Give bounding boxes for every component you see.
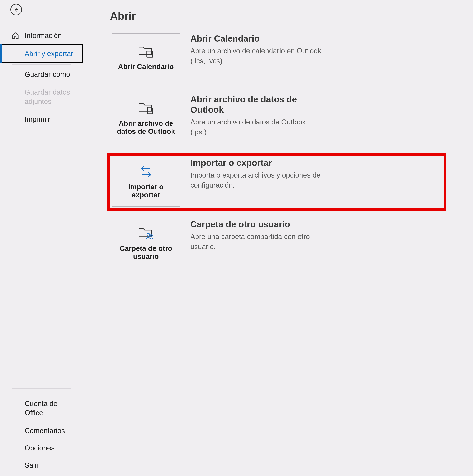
option-description: Abre una carpeta compartida con otro usu…: [190, 232, 325, 252]
sidebar: Información Abrir y exportar Guardar com…: [0, 0, 83, 476]
option-description: Abre un archivo de calendario en Outlook…: [190, 46, 325, 66]
sidebar-item-label: Salir: [25, 461, 39, 469]
option-open-calendar: Abrir Calendario Abrir Calendario Abre u…: [110, 32, 446, 84]
sidebar-item-options[interactable]: Opciones: [0, 440, 83, 457]
option-text: Carpeta de otro usuario Abre una carpeta…: [190, 219, 325, 252]
sidebar-item-open-export[interactable]: Abrir y exportar: [0, 44, 83, 63]
option-description: Importa o exporta archivos y opciones de…: [190, 170, 325, 190]
option-open-data-file: Abrir archivo de datos de Outlook Abrir …: [110, 92, 446, 145]
svg-point-4: [147, 234, 150, 236]
sidebar-item-save-as[interactable]: Guardar como: [0, 66, 83, 83]
option-description: Abre un archivo de datos de Outlook (.ps…: [190, 117, 325, 137]
folder-file-icon: [138, 102, 154, 115]
sidebar-item-comments[interactable]: Comentarios: [0, 422, 83, 440]
import-export-icon: [138, 165, 154, 179]
sidebar-item-label: Comentarios: [25, 427, 65, 435]
folder-calendar-icon: [138, 45, 154, 58]
option-text: Abrir archivo de datos de Outlook Abre u…: [190, 94, 325, 137]
option-title: Abrir archivo de datos de Outlook: [190, 94, 325, 115]
option-title: Carpeta de otro usuario: [190, 219, 325, 229]
arrow-left-icon: [14, 7, 19, 12]
sidebar-item-label: Guardar como: [25, 70, 70, 78]
back-button[interactable]: [10, 4, 22, 15]
option-title: Importar o exportar: [190, 157, 325, 168]
sidebar-item-exit[interactable]: Salir: [0, 457, 83, 474]
divider: [12, 64, 71, 65]
sidebar-item-label: Información: [25, 32, 62, 40]
tile-label: Abrir Calendario: [118, 63, 174, 71]
sidebar-item-label: Imprimir: [25, 115, 50, 123]
sidebar-item-save-attachments: Guardar datos adjuntos: [0, 83, 83, 111]
sidebar-item-office-account[interactable]: Cuenta de Office: [0, 394, 83, 422]
open-data-file-button[interactable]: Abrir archivo de datos de Outlook: [112, 94, 180, 143]
other-user-folder-button[interactable]: Carpeta de otro usuario: [112, 219, 180, 268]
sidebar-item-print[interactable]: Imprimir: [0, 111, 83, 128]
sidebar-item-label: Guardar datos adjuntos: [25, 88, 75, 106]
import-export-button[interactable]: Importar o exportar: [112, 157, 180, 206]
sidebar-bottom: Cuenta de Office Comentarios Opciones Sa…: [0, 387, 83, 476]
home-icon: [12, 32, 19, 39]
content: Abrir Abrir Calendario Abrir Calendario …: [83, 0, 473, 476]
sidebar-item-label: Abrir y exportar: [25, 50, 73, 58]
folder-user-icon: [138, 227, 154, 240]
option-import-export: Importar o exportar Importar o exportar …: [107, 153, 446, 211]
option-text: Importar o exportar Importa o exporta ar…: [190, 157, 325, 190]
open-calendar-button[interactable]: Abrir Calendario: [112, 33, 180, 82]
option-other-user-folder: Carpeta de otro usuario Carpeta de otro …: [110, 218, 446, 270]
sidebar-item-info[interactable]: Información: [0, 27, 83, 44]
option-title: Abrir Calendario: [190, 33, 325, 44]
tile-label: Carpeta de otro usuario: [116, 244, 176, 261]
divider: [12, 388, 71, 389]
option-text: Abrir Calendario Abre un archivo de cale…: [190, 33, 325, 66]
page-title: Abrir: [110, 10, 446, 22]
tile-label: Importar o exportar: [116, 183, 176, 199]
sidebar-item-label: Opciones: [25, 444, 55, 452]
tile-label: Abrir archivo de datos de Outlook: [116, 119, 176, 136]
sidebar-item-label: Cuenta de Office: [25, 399, 67, 418]
